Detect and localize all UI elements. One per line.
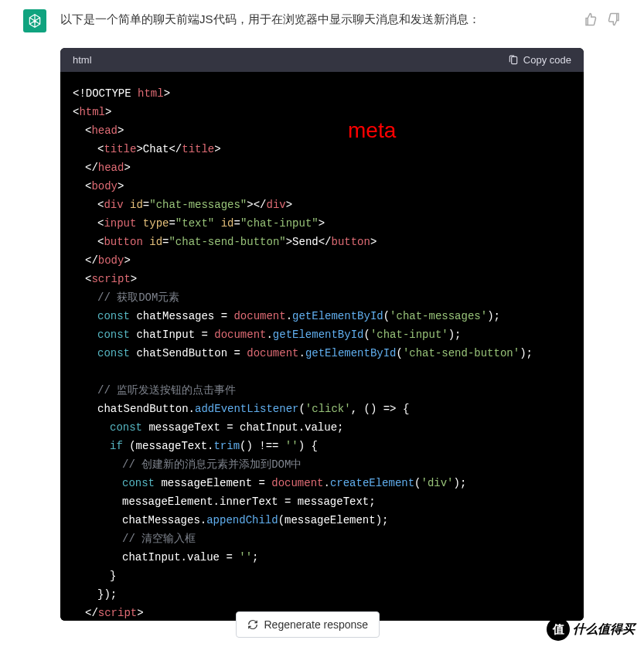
openai-icon [27, 13, 43, 29]
watermark-text: 什么值得买 [573, 621, 635, 638]
code-language: html [73, 54, 92, 66]
feedback-buttons [584, 9, 621, 26]
message-header: 以下是一个简单的聊天前端JS代码，用于在浏览器中显示聊天消息和发送新消息： [0, 0, 644, 42]
regenerate-label: Regenerate response [264, 618, 369, 631]
intro-text: 以下是一个简单的聊天前端JS代码，用于在浏览器中显示聊天消息和发送新消息： [60, 9, 570, 27]
clipboard-icon [508, 55, 519, 66]
code-block: html Copy code meta <!DOCTYPE html> <htm… [60, 48, 584, 621]
copy-code-button[interactable]: Copy code [508, 54, 571, 66]
chatgpt-avatar [23, 9, 46, 32]
code-body: meta <!DOCTYPE html> <html> <head> <titl… [60, 72, 584, 621]
meta-annotation: meta [348, 121, 396, 140]
thumbs-down-icon[interactable] [607, 12, 621, 26]
watermark: 值 什么值得买 [547, 618, 635, 641]
watermark-logo: 值 [547, 618, 570, 641]
refresh-icon [247, 619, 258, 630]
code-header: html Copy code [60, 48, 584, 72]
copy-label: Copy code [523, 54, 571, 66]
regenerate-button[interactable]: Regenerate response [236, 611, 380, 638]
thumbs-up-icon[interactable] [584, 12, 598, 26]
svg-rect-0 [512, 56, 517, 63]
